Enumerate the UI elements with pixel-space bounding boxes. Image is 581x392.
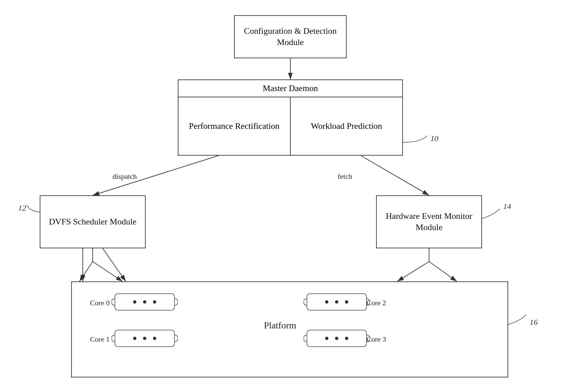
diagram-container: Configuration & Detection Module Master … — [0, 0, 581, 392]
fetch-label: fetch — [338, 172, 352, 181]
svg-point-19 — [325, 300, 328, 304]
master-daemon-title: Master Daemon — [178, 80, 402, 97]
dispatch-label: dispatch — [113, 172, 137, 181]
svg-point-23 — [335, 337, 338, 340]
svg-point-20 — [335, 300, 338, 304]
config-detection-module-box: Configuration & Detection Module — [234, 15, 347, 58]
svg-point-22 — [325, 337, 328, 340]
workload-prediction-cell: Workload Prediction — [291, 97, 402, 155]
svg-line-8 — [79, 262, 93, 281]
platform-box: Platform Core 0 Core 1 Core 2 Core 3 — [71, 281, 508, 377]
svg-point-24 — [345, 337, 348, 340]
core0-chip — [112, 292, 178, 312]
ref-12: 12 — [18, 204, 26, 213]
core2-chip — [304, 292, 370, 312]
performance-rectification-cell: Performance Rectification — [178, 97, 291, 155]
ref-10: 10 — [430, 134, 438, 143]
config-detection-label: Configuration & Detection Module — [235, 25, 346, 48]
svg-line-9 — [93, 262, 122, 281]
core1-chip — [112, 328, 178, 348]
hwem-box: Hardware Event Monitor Module — [376, 195, 482, 248]
svg-point-16 — [133, 337, 136, 340]
svg-line-12 — [429, 262, 457, 281]
svg-point-14 — [143, 300, 146, 304]
dvfs-scheduler-module-box: DVFS Scheduler Module — [40, 195, 146, 248]
master-daemon-cells: Performance Rectification Workload Predi… — [178, 97, 402, 155]
svg-line-4 — [361, 156, 429, 195]
ref-16: 16 — [530, 318, 538, 327]
platform-label: Platform — [264, 320, 296, 331]
master-daemon-box: Master Daemon Performance Rectification … — [178, 79, 403, 156]
svg-point-18 — [153, 337, 156, 340]
hwem-label: Hardware Event Monitor Module — [377, 211, 481, 233]
svg-point-21 — [345, 300, 348, 304]
svg-point-17 — [143, 337, 146, 340]
svg-point-15 — [153, 300, 156, 304]
dvfs-label: DVFS Scheduler Module — [49, 216, 136, 227]
svg-line-11 — [397, 262, 429, 281]
core0-label: Core 0 — [90, 299, 110, 307]
ref-14: 14 — [503, 202, 511, 211]
svg-line-6 — [103, 248, 126, 281]
svg-point-13 — [133, 300, 136, 304]
core3-chip — [304, 328, 370, 348]
svg-line-3 — [93, 156, 218, 195]
core1-label: Core 1 — [90, 335, 110, 344]
